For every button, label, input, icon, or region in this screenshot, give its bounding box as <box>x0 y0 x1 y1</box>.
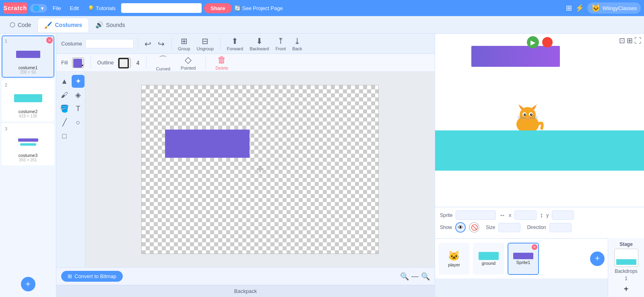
direction-input[interactable]: 90 <box>549 223 572 232</box>
tab-costumes[interactable]: 🖌️ Costumes <box>37 18 89 32</box>
delete-shape-button[interactable]: 🗑 Delete <box>212 54 231 71</box>
size-input[interactable]: 100 <box>498 223 520 232</box>
outline-number: 4 <box>136 60 140 66</box>
zoom-controls: 🔍 — 🔍 <box>400 272 430 281</box>
ungroup-button[interactable]: ⊟ Ungroup <box>194 35 216 52</box>
fill-color-button[interactable]: ▾ <box>72 58 84 68</box>
undo-icon: ↩ <box>144 39 151 49</box>
left-tools: ▲ ✦ 🖌 ◈ 🪣 T ╱ ○ □ <box>56 72 85 267</box>
backward-button[interactable]: ⬇ Backward <box>247 35 271 52</box>
fill-tool[interactable]: 🪣 <box>58 102 71 115</box>
convert-bitmap-button[interactable]: ⊞ Convert to Bitmap <box>61 271 123 282</box>
stage-thumbnail[interactable] <box>614 249 638 267</box>
sprite1-delete-badge[interactable]: ✕ <box>532 244 537 250</box>
costumes-icon: 🖌️ <box>44 21 52 29</box>
file-menu-button[interactable]: File <box>50 4 64 13</box>
rect-tool[interactable]: □ <box>58 130 71 142</box>
stop-button[interactable] <box>542 37 553 47</box>
editor-toolbar: Costume costume1 ↩ ↪ ⊞ Group ⊟ Ungroup ⬆ <box>56 34 435 54</box>
zoom-reset-button[interactable]: — <box>411 272 419 280</box>
back-icon: ⤓ <box>294 36 301 46</box>
costume-2-preview <box>5 88 51 108</box>
backward-icon: ⬇ <box>256 36 263 46</box>
stage-controls: ▶ <box>435 36 644 48</box>
project-name-input[interactable]: Platform Game <box>121 3 202 13</box>
group-icon: ⊞ <box>181 36 188 46</box>
select-tool[interactable]: ▲ <box>58 75 71 88</box>
curved-button[interactable]: ⌒ Curved <box>153 53 173 72</box>
brush-tool[interactable]: 🖌 <box>58 89 71 101</box>
size-label: Size <box>486 225 495 230</box>
show-button[interactable]: 👁 <box>455 222 466 233</box>
see-project-button[interactable]: 🔄 See Project Page <box>234 5 283 11</box>
add-backdrop-button[interactable]: + <box>624 285 629 294</box>
ground-sprite-icon <box>479 252 499 260</box>
x-label: x <box>509 212 511 218</box>
y-input[interactable]: 28 <box>552 210 574 220</box>
svg-point-9 <box>530 113 533 116</box>
backpack-bar[interactable]: Backpack <box>56 285 435 297</box>
sprite-show-row: Show 👁 🚫 Size 100 Direction 90 <box>440 222 639 233</box>
circle-tool[interactable]: ○ <box>72 116 85 129</box>
show-label: Show <box>440 225 452 230</box>
costume-1-preview <box>5 44 51 64</box>
tab-code[interactable]: ⬡ Code <box>3 18 37 32</box>
stage-canvas: ▶ ⊡ ⊞ ⛶ <box>435 34 644 207</box>
back-button[interactable]: ⤓ Back <box>290 35 304 52</box>
canvas-container: ✛ <box>85 72 435 267</box>
scratch-logo[interactable]: Scratch <box>3 2 27 14</box>
sprite-card-ground[interactable]: ground <box>473 243 504 275</box>
pointed-button[interactable]: ◇ Pointed <box>178 54 199 71</box>
top-nav: Scratch 🌐 ▾ File Edit 💡 Tutorials Platfo… <box>0 0 644 16</box>
line-tool[interactable]: ╱ <box>58 116 71 129</box>
add-sprite-area: + <box>590 252 605 266</box>
add-sprite-button[interactable]: + <box>590 252 605 266</box>
turbo-icon[interactable]: ⚡ <box>575 4 584 12</box>
zoom-out-button[interactable]: 🔍 <box>400 272 409 281</box>
fill-label: Fill <box>61 60 68 66</box>
forward-icon: ⬆ <box>231 36 238 46</box>
group-button[interactable]: ⊞ Group <box>175 35 193 52</box>
globe-button[interactable]: 🌐 ▾ <box>30 4 47 12</box>
ungroup-icon: ⊟ <box>202 36 208 46</box>
green-flag-button[interactable]: ▶ <box>527 36 539 48</box>
sprite-name-row: Sprite Sprite1 ↔ x 36 ↕ y 28 <box>440 210 639 220</box>
forward-button[interactable]: ⬆ Forward <box>225 35 246 52</box>
player-sprite-icon: 🐱 <box>448 250 460 262</box>
hide-button[interactable]: 🚫 <box>469 222 479 233</box>
share-button[interactable]: Share <box>204 3 231 13</box>
stage-platform <box>435 130 644 171</box>
sprite-card-player[interactable]: 🐱 player <box>438 243 470 275</box>
player-sprite-label: player <box>448 262 460 267</box>
outline-color-button[interactable] <box>118 58 131 68</box>
sprite-card-sprite1[interactable]: ✕ Sprite1 <box>508 243 539 275</box>
del-sep <box>205 57 206 69</box>
redo-button[interactable]: ↪ <box>155 38 167 50</box>
undo-button[interactable]: ↩ <box>142 38 154 50</box>
canvas-rect-element[interactable] <box>165 130 250 158</box>
eraser-tool[interactable]: ◈ <box>72 89 85 101</box>
y-label: y <box>546 212 549 218</box>
expand-icon[interactable]: ⊞ <box>566 4 572 12</box>
add-costume-button[interactable]: + <box>21 277 35 291</box>
tutorials-button[interactable]: 💡 Tutorials <box>85 4 119 13</box>
reshape-tool[interactable]: ✦ <box>72 75 85 88</box>
x-input[interactable]: 36 <box>514 210 537 220</box>
sprite-name-input[interactable]: Sprite1 <box>456 210 496 220</box>
user-badge[interactable]: 🐱 WlingyClasses <box>587 2 641 14</box>
edit-menu-button[interactable]: Edit <box>67 4 82 13</box>
front-button[interactable]: ⤒ Front <box>273 35 288 52</box>
backdrops-count: 1 <box>625 276 627 281</box>
y-arrow-icon: ↕ <box>540 212 543 219</box>
canvas-bg[interactable]: ✛ <box>141 85 379 254</box>
zoom-in-button[interactable]: 🔍 <box>421 272 430 281</box>
tab-sounds[interactable]: 🔊 Sounds <box>89 18 131 32</box>
costume-item-1[interactable]: ✕ 1 costume1 200 × 50 <box>2 35 54 78</box>
delete-costume-1-badge[interactable]: ✕ <box>46 37 53 43</box>
text-tool[interactable]: T <box>72 102 85 115</box>
costume-3-preview <box>5 132 51 152</box>
ground-sprite-label: ground <box>482 261 495 266</box>
costume-item-3[interactable]: 3 costume3 393 × 261 <box>2 123 54 165</box>
costume-item-2[interactable]: 2 costume2 419 × 139 <box>2 79 54 122</box>
costume-name-input[interactable]: costume1 <box>85 39 134 48</box>
